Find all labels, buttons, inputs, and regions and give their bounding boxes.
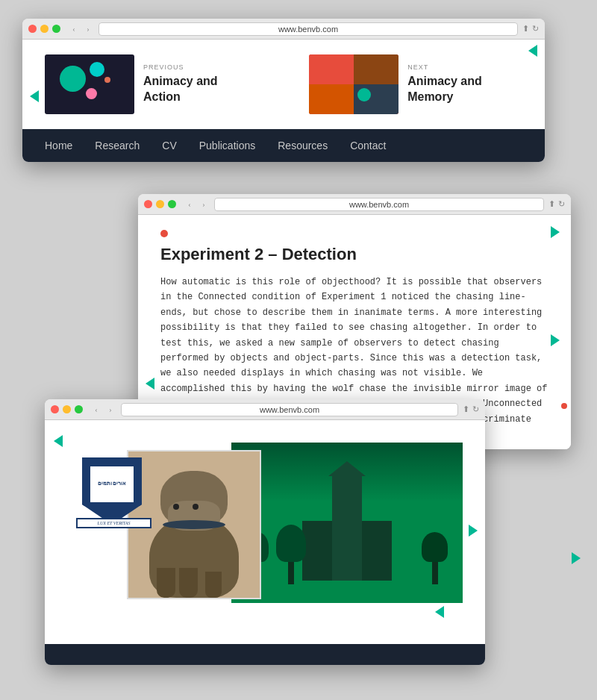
nav-contact[interactable]: Contact [350,140,386,151]
prev-item: PREVIOUS Animacy and Action [45,54,249,114]
next-title: Animacy and Memory [407,74,522,105]
toolbar-actions-1: ⬆ ↻ [522,24,539,34]
browser-nav-2: ‹ › [184,199,210,210]
yale-banner: LUX ET VERITAS [76,518,151,528]
minimize-button[interactable] [40,25,49,33]
minimize-button-3[interactable] [63,405,71,413]
close-button[interactable] [28,25,37,33]
close-button-2[interactable] [144,200,152,208]
red-dot-accent [160,230,168,237]
tri-w2-2 [551,334,560,346]
yale-campus-image [231,443,463,603]
prev-label: PREVIOUS [143,63,249,71]
maximize-button-3[interactable] [75,405,83,413]
tri-w3-3 [435,606,444,618]
bulldog-leg-1 [157,568,175,598]
toolbar-2: ‹ › www.benvb.com ⬆ ↻ [138,194,571,215]
reload-icon-2[interactable]: ↻ [558,199,565,209]
toolbar-3: ‹ › www.benvb.com ⬆ ↻ [45,399,485,420]
bg-triangle-2 [572,552,581,564]
forward-button-3[interactable]: › [104,404,116,416]
address-bar-3[interactable]: www.benvb.com [121,403,458,416]
back-button-2[interactable]: ‹ [184,199,196,210]
nav-home[interactable]: Home [45,140,72,151]
share-icon-3[interactable]: ⬆ [463,404,469,414]
browser-window-3: ‹ › www.benvb.com ⬆ ↻ אורים ותמים LUX ET… [45,399,485,665]
browser-nav-1: ‹ › [68,23,94,35]
main-navigation: Home Research CV Publications Resources … [22,129,545,162]
bulldog-body [142,478,246,598]
back-button-3[interactable]: ‹ [90,404,102,416]
tri-w2-3 [146,378,154,390]
reload-icon-3[interactable]: ↻ [472,404,479,414]
triangle-decor-4 [30,90,39,102]
bulldog-eye-2 [193,504,199,510]
close-button-3[interactable] [51,405,59,413]
nav-resources[interactable]: Resources [278,140,328,151]
browser-nav-3: ‹ › [90,404,116,416]
nav-publications[interactable]: Publications [199,140,256,151]
forward-button[interactable]: › [82,23,94,35]
yale-shield: אורים ותמים [82,457,142,525]
nav-cv[interactable]: CV [162,140,176,151]
maximize-button[interactable] [52,25,60,33]
forward-button-2[interactable]: › [198,199,210,210]
bg-red-dot-1 [561,403,567,409]
address-bar-1[interactable]: www.benvb.com [99,22,518,36]
yale-logo: אורים ותמים LUX ET VERITAS [82,457,146,532]
experiment-title: Experiment 2 – Detection [160,245,548,264]
yale-inner-text: אורים ותמים [90,466,134,503]
prev-title: Animacy and Action [143,74,249,105]
prev-next-section: PREVIOUS Animacy and Action NEXT Animacy… [22,40,545,129]
campus-overlay [231,443,463,603]
back-button[interactable]: ‹ [68,23,80,35]
minimize-button-2[interactable] [156,200,164,208]
next-item: NEXT Animacy and Memory [309,54,522,114]
share-icon[interactable]: ⬆ [522,24,529,34]
maximize-button-2[interactable] [168,200,176,208]
prev-thumbnail [45,54,134,114]
nav-research[interactable]: Research [95,140,140,151]
bulldog-eye-1 [173,504,179,510]
next-label: NEXT [407,63,522,71]
toolbar-1: ‹ › www.benvb.com ⬆ ↻ [22,19,545,40]
prev-info: PREVIOUS Animacy and Action [143,63,249,105]
bulldog-leg-3 [205,572,222,598]
win3-content: אורים ותמים LUX ET VERITAS [45,420,485,644]
toolbar-actions-3: ⬆ ↻ [463,404,479,414]
traffic-lights-1 [28,25,60,33]
next-info: NEXT Animacy and Memory [407,63,522,105]
win3-footer [45,644,485,665]
traffic-lights-2 [144,200,176,208]
tri-w3-2 [469,525,478,537]
browser-window-1: ‹ › www.benvb.com ⬆ ↻ PREVIOUS Ani [22,19,545,162]
share-icon-2[interactable]: ⬆ [548,199,555,209]
tri-w2-1 [551,226,560,238]
next-thumbnail [309,54,398,114]
traffic-lights-3 [51,405,83,413]
win1-content: PREVIOUS Animacy and Action NEXT Animacy… [22,40,545,162]
bulldog-collar [163,520,225,529]
win3-images-section: אורים ותמים LUX ET VERITAS [60,443,470,607]
bulldog-leg-2 [179,568,198,598]
triangle-decor-1 [528,45,537,57]
reload-icon[interactable]: ↻ [532,24,539,34]
toolbar-actions-2: ⬆ ↻ [548,199,565,209]
address-bar-2[interactable]: www.benvb.com [214,198,544,211]
